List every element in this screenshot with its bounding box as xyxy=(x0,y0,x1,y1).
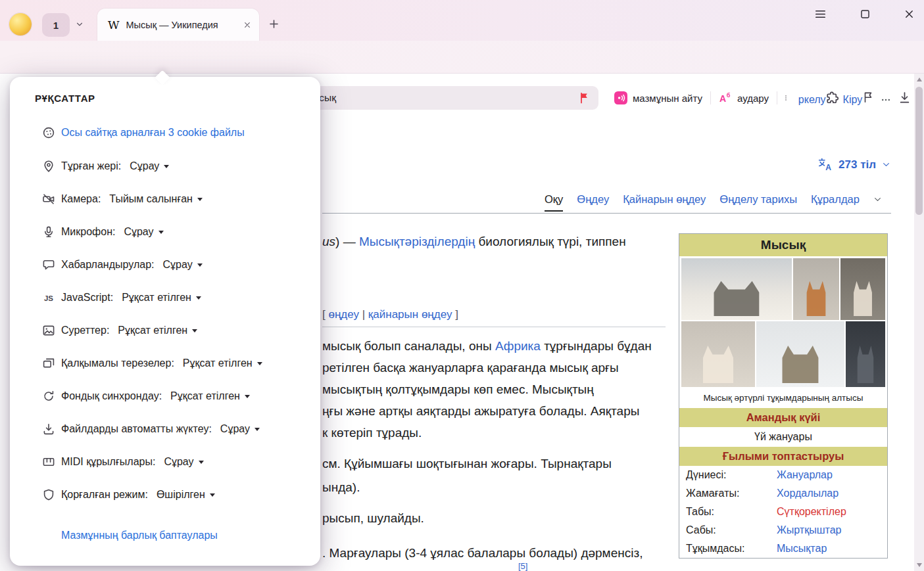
cat-photo-orange-sitting[interactable] xyxy=(793,258,839,320)
permission-value-dropdown[interactable]: Сұрау xyxy=(127,159,172,173)
text: тұрғындары бұдан xyxy=(541,339,652,353)
permission-label: Қалқымалы терезелер: xyxy=(61,357,174,369)
cat-photo-tabby-standing[interactable] xyxy=(756,321,844,387)
chevron-down-icon xyxy=(255,428,260,431)
permission-value-dropdown[interactable]: Сұрау xyxy=(161,455,206,469)
phylum-link[interactable]: Хордалылар xyxy=(777,488,839,499)
permission-value-dropdown[interactable]: Тыйым салынған xyxy=(107,192,205,206)
permission-label: Камера: xyxy=(61,193,101,205)
tab-title: Мысық — Уикипедия xyxy=(126,20,238,30)
permission-label: MIDI құрылғылары: xyxy=(61,456,155,468)
cat-photo-gray[interactable] xyxy=(846,321,885,387)
permission-row-protected-mode: Қорғалған режим: Өшірілген xyxy=(10,478,320,511)
scroll-down-arrow[interactable] xyxy=(917,563,922,567)
cat-photo-siamese[interactable] xyxy=(681,321,755,387)
permission-value: Рұқсат етілген xyxy=(183,357,253,369)
toolbar-action-group: мазмұнын айту Aб аудару xyxy=(602,86,798,110)
permission-value-dropdown[interactable]: Рұқсат етілген xyxy=(119,290,204,305)
class-link[interactable]: Сүтқоректілер xyxy=(777,506,846,518)
maximize-button[interactable] xyxy=(860,9,871,20)
cat-family-link[interactable]: Мысықтәрізділердің xyxy=(359,235,475,248)
chevron-down-icon xyxy=(245,395,250,398)
tab-tools[interactable]: Құралдар xyxy=(811,193,860,206)
chevron-down-icon xyxy=(210,493,215,497)
chevron-down-icon xyxy=(158,231,164,234)
tab-read[interactable]: Оқу xyxy=(545,193,563,206)
permission-label: Хабарландырулар: xyxy=(61,259,154,271)
page-scrollbar[interactable] xyxy=(914,74,924,571)
login-link[interactable]: Кіру xyxy=(843,94,863,106)
tab-edit[interactable]: Өңдеу xyxy=(577,193,609,206)
downloads-icon[interactable] xyxy=(898,91,912,104)
tabs-divider xyxy=(322,213,891,214)
permissions-title: РҰҚСАТТАР xyxy=(35,93,320,104)
taxonomy-rank-label: Табы: xyxy=(686,506,777,518)
popups-icon xyxy=(42,357,55,370)
permission-value: Сұрау xyxy=(220,423,250,435)
permission-value: Сұрау xyxy=(130,160,159,172)
language-selector-button[interactable]: A 273 тіл xyxy=(817,157,890,172)
kingdom-link[interactable]: Жануарлар xyxy=(777,469,833,481)
permission-value-dropdown[interactable]: Сұрау xyxy=(218,422,262,436)
permission-row-location: Тұрған жері: Сұрау xyxy=(10,150,320,183)
permission-value-dropdown[interactable]: Рұқсат етілген xyxy=(168,389,253,403)
profile-avatar[interactable] xyxy=(9,13,32,35)
bracket: ] xyxy=(452,308,458,321)
active-tab[interactable]: W Мысық — Уикипедия xyxy=(97,9,259,41)
reference-5-link[interactable]: [5] xyxy=(518,561,527,571)
close-window-button[interactable] xyxy=(904,9,915,20)
language-icon: A xyxy=(817,157,833,172)
permission-row-javascript: JS JavaScript: Рұқсат етілген xyxy=(10,281,320,314)
africa-link[interactable]: Африка xyxy=(495,339,541,353)
permission-value: Тыйым салынған xyxy=(109,193,193,205)
all-content-settings-link[interactable]: Мазмұнның барлық баптаулары xyxy=(61,530,218,541)
cat-photo-tabby-lying[interactable] xyxy=(681,258,792,320)
permission-value-dropdown[interactable]: Сұрау xyxy=(160,258,205,272)
toolbar-more-icon[interactable] xyxy=(777,92,794,104)
scroll-up-arrow[interactable] xyxy=(917,78,922,81)
taxobox-title: Мысық xyxy=(679,234,887,256)
collections-icon[interactable] xyxy=(862,91,875,104)
extensions-icon[interactable] xyxy=(825,91,839,104)
bookmark-flag-icon[interactable] xyxy=(577,91,591,104)
window-controls xyxy=(814,8,915,20)
site-cookies-link[interactable]: Осы сайтқа арналған 3 cookie файлы xyxy=(61,127,245,139)
permission-value: Рұқсат етілген xyxy=(122,292,191,304)
divider: | xyxy=(359,308,368,321)
permission-row-auto-download: Файлдарды автоматты жүктеу: Сұрау xyxy=(10,413,320,445)
background-sync-icon xyxy=(42,390,55,403)
section-divider xyxy=(322,327,666,327)
permission-value-dropdown[interactable]: Рұқсат етілген xyxy=(115,323,200,338)
read-aloud-label: мазмұнын айту xyxy=(633,93,702,104)
edit-source-section-link[interactable]: қайнарын өңдеу xyxy=(368,308,452,321)
wikipedia-favicon: W xyxy=(108,18,119,32)
tools-chevron-down-icon[interactable] xyxy=(873,195,882,204)
permission-value-dropdown[interactable]: Сұрау xyxy=(121,225,166,239)
cat-photo-white-orange[interactable] xyxy=(840,258,885,320)
tab-group-button[interactable]: 1 xyxy=(42,13,70,37)
scrollbar-thumb[interactable] xyxy=(915,87,923,215)
permission-value-dropdown[interactable]: Өшірілген xyxy=(154,488,218,502)
tab-close-icon[interactable] xyxy=(243,21,251,29)
permission-value-dropdown[interactable]: Рұқсат етілген xyxy=(180,356,265,371)
family-link[interactable]: Мысықтар xyxy=(777,543,827,555)
article-paragraph-line: ретілген басқа жануарларға қарағанда мыс… xyxy=(322,361,619,375)
tab-edit-source[interactable]: Қайнарын өңдеу xyxy=(623,193,706,206)
tab-group-chevron-down-icon[interactable] xyxy=(75,20,84,29)
chevron-down-icon xyxy=(192,329,197,332)
read-aloud-button[interactable]: мазмұнын айту xyxy=(606,89,710,107)
user-menu-ellipsis-icon[interactable] xyxy=(879,95,892,105)
tab-history[interactable]: Өңделу тарихы xyxy=(719,193,797,206)
browser-tab-strip: 1 W Мысық — Уикипедия xyxy=(0,0,924,41)
edit-section-link[interactable]: өңдеу xyxy=(328,308,359,321)
chevron-down-icon xyxy=(199,461,204,464)
taxonomy-rank-label: Сабы: xyxy=(686,524,777,536)
new-tab-button[interactable] xyxy=(268,18,280,30)
article-paragraph-line: мысық болып саналады, оны Африка тұрғынд… xyxy=(322,339,652,354)
text: мысық болып саналады, оны xyxy=(322,339,495,353)
translate-icon: Aб xyxy=(719,91,732,104)
language-chevron-down-icon xyxy=(882,160,890,169)
browser-menu-icon[interactable] xyxy=(814,8,827,20)
translate-button[interactable]: Aб аудару xyxy=(711,89,777,107)
order-link[interactable]: Жыртқыштар xyxy=(777,524,841,536)
